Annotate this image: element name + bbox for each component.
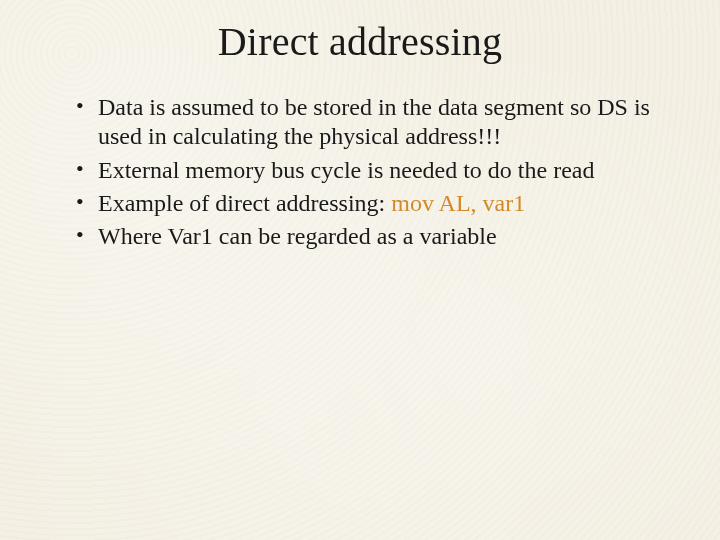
slide: Direct addressing Data is assumed to be … [0, 0, 720, 540]
bullet-list: Data is assumed to be stored in the data… [40, 93, 680, 251]
bullet-text: Where Var1 can be regarded as a variable [98, 223, 497, 249]
example-instruction: mov AL, var1 [391, 190, 525, 216]
list-item: External memory bus cycle is needed to d… [76, 156, 672, 185]
list-item-example: Example of direct addressing: mov AL, va… [76, 189, 672, 218]
list-item: Where Var1 can be regarded as a variable [76, 222, 672, 251]
example-prefix: Example of direct addressing: [98, 190, 391, 216]
bullet-text: External memory bus cycle is needed to d… [98, 157, 595, 183]
slide-title: Direct addressing [40, 18, 680, 65]
list-item: Data is assumed to be stored in the data… [76, 93, 672, 152]
bullet-text: Data is assumed to be stored in the data… [98, 94, 650, 149]
